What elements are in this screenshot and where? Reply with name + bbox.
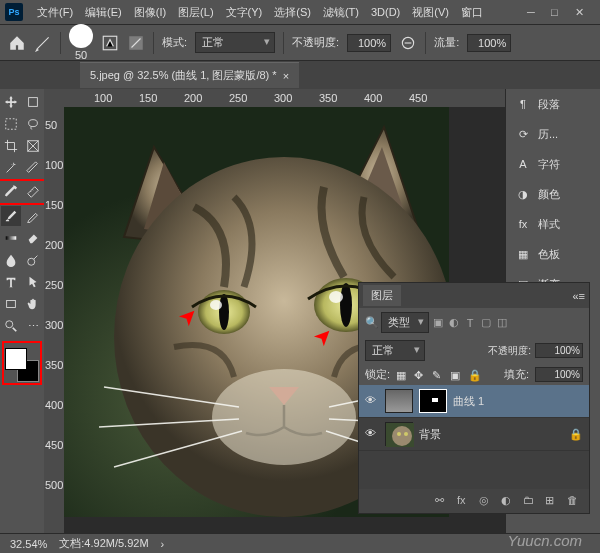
lock-brush-icon[interactable]: ✎	[432, 369, 444, 381]
layer-opacity-input[interactable]: 100%	[535, 343, 583, 358]
document-tab[interactable]: 5.jpeg @ 32.5% (曲线 1, 图层蒙版/8) * ×	[80, 62, 299, 88]
eraser-tool[interactable]	[23, 228, 43, 248]
panel-history[interactable]: ⟳历...	[506, 119, 600, 149]
layer-mask-icon[interactable]: ◎	[479, 494, 493, 508]
filter-kind-select[interactable]: 类型	[381, 312, 429, 333]
filter-smart-icon[interactable]: ◫	[495, 316, 509, 330]
maximize-button[interactable]: □	[551, 6, 563, 18]
filter-shape-icon[interactable]: ▢	[479, 316, 493, 330]
ruler-tool[interactable]	[23, 182, 43, 202]
color-swatches[interactable]	[5, 348, 39, 382]
visibility-icon[interactable]: 👁	[365, 427, 379, 441]
frame-tool[interactable]	[23, 136, 43, 156]
edit-toolbar[interactable]: ⋯	[23, 316, 43, 336]
blend-mode-select[interactable]: 正常	[195, 32, 275, 53]
panel-character[interactable]: A字符	[506, 149, 600, 179]
lock-all-icon[interactable]: 🔒	[468, 369, 480, 381]
adjustment-layer-icon[interactable]: ◐	[501, 494, 515, 508]
crop-tool[interactable]	[1, 136, 21, 156]
opacity-input[interactable]: 100%	[347, 34, 391, 52]
panel-menu-icon[interactable]: ≡	[579, 290, 585, 302]
link-layers-icon[interactable]: ⚯	[435, 494, 449, 508]
new-layer-icon[interactable]: ⊞	[545, 494, 559, 508]
ruler-tick: 400	[364, 92, 382, 104]
ruler-tick: 150	[139, 92, 157, 104]
document-size[interactable]: 文档:4.92M/5.92M	[59, 536, 148, 551]
marquee-tool[interactable]	[1, 114, 21, 134]
panel-swatches[interactable]: ▦色板	[506, 239, 600, 269]
dodge-tool[interactable]	[23, 250, 43, 270]
panel-styles[interactable]: fx样式	[506, 209, 600, 239]
eyedropper-tool[interactable]	[1, 182, 21, 202]
layer-fill-input[interactable]: 100%	[535, 367, 583, 382]
flow-input[interactable]: 100%	[467, 34, 511, 52]
filter-adjust-icon[interactable]: ◐	[447, 316, 461, 330]
lock-fill-row: 锁定: ▦ ✥ ✎ ▣ 🔒 填充: 100%	[359, 364, 589, 385]
layers-tab[interactable]: 图层	[363, 285, 401, 306]
ruler-tick: 300	[274, 92, 292, 104]
brush-panel-icon[interactable]	[101, 34, 119, 52]
panel-color[interactable]: ◑颜色	[506, 179, 600, 209]
filter-pixel-icon[interactable]: ▣	[431, 316, 445, 330]
layer-name[interactable]: 背景	[419, 427, 441, 442]
layer-name[interactable]: 曲线 1	[453, 394, 484, 409]
layer-row[interactable]: 👁 背景 🔒	[359, 418, 589, 451]
lock-position-icon[interactable]: ✥	[414, 369, 426, 381]
foreground-color[interactable]	[5, 348, 27, 370]
layers-panel: 图层 « ≡ 🔍 类型 ▣ ◐ T ▢ ◫ 正常 不透明度: 100% 锁定: …	[358, 282, 590, 514]
rectangle-tool[interactable]	[1, 294, 21, 314]
menu-3d[interactable]: 3D(D)	[365, 3, 406, 21]
tablet-pressure-icon[interactable]	[127, 34, 145, 52]
filter-type-icon[interactable]: T	[463, 316, 477, 330]
layer-row[interactable]: 👁 曲线 1	[359, 385, 589, 418]
menu-edit[interactable]: 编辑(E)	[79, 2, 128, 23]
menu-type[interactable]: 文字(Y)	[220, 2, 269, 23]
zoom-level[interactable]: 32.54%	[10, 538, 47, 550]
type-tool[interactable]	[1, 272, 21, 292]
color-icon: ◑	[514, 185, 532, 203]
tool-preset-icon[interactable]	[34, 34, 52, 52]
adjustment-thumb[interactable]	[385, 389, 413, 413]
blur-tool[interactable]	[1, 250, 21, 270]
artboard-tool[interactable]	[23, 92, 43, 112]
layer-mask-thumb[interactable]	[419, 389, 447, 413]
lock-pixels-icon[interactable]: ▦	[396, 369, 408, 381]
layer-thumb[interactable]	[385, 422, 413, 446]
brush-preview[interactable]: 50	[69, 24, 93, 61]
menu-window[interactable]: 窗口	[455, 2, 489, 23]
separator	[153, 32, 154, 54]
menu-select[interactable]: 选择(S)	[268, 2, 317, 23]
home-icon[interactable]	[8, 34, 26, 52]
slice-tool[interactable]	[23, 158, 43, 178]
gradient-tool[interactable]	[1, 228, 21, 248]
trash-icon[interactable]: 🗑	[567, 494, 581, 508]
layer-blend-select[interactable]: 正常	[365, 340, 425, 361]
group-icon[interactable]: 🗀	[523, 494, 537, 508]
close-tab-icon[interactable]: ×	[283, 70, 289, 82]
visibility-icon[interactable]: 👁	[365, 394, 379, 408]
layers-panel-header[interactable]: 图层 « ≡	[359, 283, 589, 308]
chevron-right-icon[interactable]: ›	[161, 538, 165, 550]
lock-artboard-icon[interactable]: ▣	[450, 369, 462, 381]
svg-point-7	[28, 258, 35, 265]
layer-fx-icon[interactable]: fx	[457, 494, 471, 508]
pencil-tool[interactable]	[23, 206, 43, 226]
magic-wand-tool[interactable]	[1, 158, 21, 178]
path-select-tool[interactable]	[23, 272, 43, 292]
zoom-tool[interactable]	[1, 316, 21, 336]
minimize-button[interactable]: ─	[527, 6, 539, 18]
menu-image[interactable]: 图像(I)	[128, 2, 172, 23]
close-button[interactable]: ✕	[575, 6, 587, 18]
lasso-tool[interactable]	[23, 114, 43, 134]
menu-filter[interactable]: 滤镜(T)	[317, 2, 365, 23]
ruler-tick: 200	[45, 239, 63, 251]
brush-tool[interactable]	[1, 206, 21, 226]
menu-view[interactable]: 视图(V)	[406, 2, 455, 23]
menu-file[interactable]: 文件(F)	[31, 2, 79, 23]
menu-layer[interactable]: 图层(L)	[172, 2, 219, 23]
hand-tool[interactable]	[23, 294, 43, 314]
search-icon[interactable]: 🔍	[365, 316, 379, 330]
move-tool[interactable]	[1, 92, 21, 112]
pressure-opacity-icon[interactable]	[399, 34, 417, 52]
panel-paragraph[interactable]: ¶段落	[506, 89, 600, 119]
